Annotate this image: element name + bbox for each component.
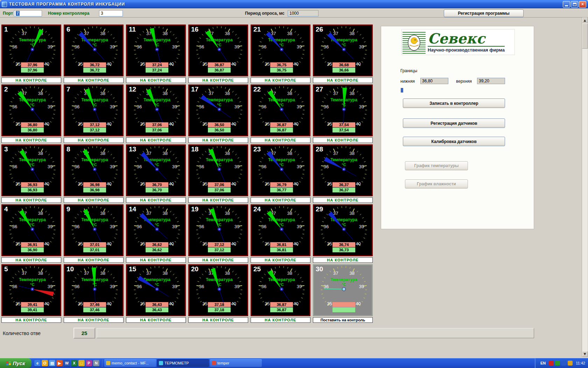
scroll-down-arrow[interactable]: ▼: [582, 351, 588, 357]
antivirus-tray-icon[interactable]: [549, 361, 554, 366]
port-input[interactable]: 7: [14, 10, 42, 16]
scheduler-tray-icon[interactable]: [568, 361, 573, 366]
svg-text:36: 36: [261, 164, 266, 169]
network-tray-icon[interactable]: [561, 361, 566, 366]
media-player-icon[interactable]: ▶: [56, 360, 63, 366]
svg-text:37,24: 37,24: [152, 68, 162, 72]
svg-text:36,43: 36,43: [152, 302, 162, 307]
gauge-10: 353637383940Температура°C37,4637,4610: [64, 264, 124, 316]
gauge-7: 353637383940Температура°C37,1237,127: [64, 84, 124, 136]
focus-marker: [401, 88, 403, 93]
gauge-18: 353637383940Температура°C37,0637,0618: [188, 144, 248, 196]
gauge-number: 18: [191, 145, 198, 153]
on-control-status: НА КОНТРОЛЕ: [1, 137, 61, 143]
svg-text:39: 39: [297, 164, 302, 169]
svg-text:37: 37: [22, 31, 27, 36]
svg-text:37: 37: [333, 151, 338, 156]
taskbar-task-memo_contact-mf-[interactable]: memo_contact - MF...: [104, 359, 156, 367]
maximize-button[interactable]: [571, 1, 578, 8]
register-program-button[interactable]: Регистрация программы: [444, 9, 524, 17]
svg-text:°C: °C: [279, 282, 284, 287]
svg-text:Температура: Температура: [330, 157, 357, 162]
poll-period-input[interactable]: 1000: [288, 10, 318, 16]
outlook-icon[interactable]: O: [42, 360, 48, 366]
svg-text:37,01: 37,01: [90, 243, 100, 247]
svg-text:37,12: 37,12: [215, 248, 224, 252]
windows-logo-icon: [6, 361, 11, 365]
internet-explorer-icon[interactable]: e: [34, 360, 41, 366]
svg-text:36: 36: [199, 224, 204, 229]
controller-number-input[interactable]: 3: [99, 10, 123, 16]
temperature-chart-button[interactable]: График температуры: [405, 161, 468, 170]
svg-text:39: 39: [110, 284, 115, 289]
close-button[interactable]: ×: [579, 1, 586, 8]
svg-text:40: 40: [293, 121, 298, 127]
volume-tray-icon[interactable]: [555, 361, 560, 366]
svg-text:35: 35: [78, 181, 83, 186]
svg-text:38: 38: [162, 151, 167, 156]
svg-text:40: 40: [169, 181, 174, 186]
start-button[interactable]: Пуск: [0, 358, 31, 368]
svg-text:35: 35: [140, 241, 145, 246]
svg-text:38: 38: [349, 31, 354, 36]
paint-icon[interactable]: P: [86, 360, 92, 366]
svg-text:36,77: 36,77: [277, 188, 287, 192]
gauge-3: 353637383940Температура°C36,9336,933: [1, 144, 61, 196]
notepad-icon[interactable]: N: [93, 360, 99, 366]
gauge-cell-3: 353637383940Температура°C36,9336,933НА К…: [1, 144, 63, 204]
svg-text:38: 38: [287, 271, 292, 276]
svg-text:39: 39: [234, 44, 239, 49]
taskbar-task-термометр[interactable]: ТЕРМОМЕТР: [157, 359, 209, 367]
gauge-cell-14: 353637383940Температура°C36,6236,6214НА …: [126, 204, 188, 264]
tray-icons: [549, 361, 573, 366]
gauge-cell-26: 353637383940Температура°C36,6836,6626НА …: [313, 25, 375, 84]
svg-text:38: 38: [100, 151, 105, 156]
svg-text:35: 35: [140, 61, 145, 67]
language-indicator[interactable]: EN: [539, 360, 547, 366]
svg-text:36: 36: [75, 104, 79, 109]
task-icon: [159, 361, 163, 365]
register-sensors-button[interactable]: Регистрация датчиков: [403, 118, 505, 128]
svg-text:Температура: Температура: [330, 277, 357, 282]
calibrate-sensors-button[interactable]: Калибровка датчиков: [403, 137, 505, 146]
scroll-up-arrow[interactable]: ▲: [582, 18, 588, 23]
taskbar-task-temper[interactable]: temper: [210, 359, 262, 367]
on-control-status: НА КОНТРОЛЕ: [126, 137, 186, 143]
excel-icon[interactable]: X: [71, 360, 77, 366]
svg-text:37,54: 37,54: [339, 123, 349, 127]
explorer-icon[interactable]: □: [78, 360, 85, 366]
svg-text:39,41: 39,41: [28, 308, 37, 312]
gauge-cell-8: 353637383940Температура°C36,9836,988НА К…: [64, 144, 126, 204]
svg-text:40: 40: [293, 61, 298, 67]
write-to-controller-button[interactable]: Записать в контроллер: [403, 98, 505, 108]
word-icon[interactable]: W: [64, 360, 70, 366]
minimize-button[interactable]: [563, 1, 570, 8]
put-on-control-button[interactable]: Поставить на контроль: [313, 317, 373, 323]
svg-text:39: 39: [234, 164, 239, 169]
gauge-number: 1: [4, 26, 8, 33]
svg-text:36,50: 36,50: [215, 128, 224, 132]
svg-text:39: 39: [172, 284, 177, 289]
svg-text:39: 39: [297, 224, 302, 229]
scroll-thumb[interactable]: [582, 23, 588, 49]
svg-text:36,93: 36,93: [28, 188, 37, 192]
on-control-status: НА КОНТРОЛЕ: [251, 317, 310, 323]
svg-text:36,80: 36,80: [28, 128, 37, 132]
titlebar[interactable]: ТЕСТОВАЯ ПРОГРАММА КОНТРОЛЯ ИНКУБАЦИИ ×: [0, 0, 588, 8]
upper-bound-input[interactable]: 39,20: [477, 78, 505, 84]
svg-text:38: 38: [38, 271, 43, 276]
svg-text:38: 38: [225, 151, 230, 156]
gauge-dial: 353637383940Температура°C36,7236,72: [65, 26, 125, 75]
lower-bound-input[interactable]: 36,80: [420, 78, 448, 84]
vertical-scrollbar[interactable]: ▲ ▼: [582, 18, 588, 357]
gauge-cell-25: 353637383940Температура°C36,8736,8725НА …: [251, 264, 313, 324]
svg-text:Температура: Температура: [268, 277, 295, 282]
svg-text:37: 37: [146, 151, 151, 156]
svg-text:36: 36: [137, 224, 142, 229]
humidity-chart-button[interactable]: График влажности: [405, 179, 468, 189]
on-control-status: НА КОНТРОЛЕ: [126, 317, 186, 323]
svg-text:37,12: 37,12: [215, 243, 224, 247]
svg-text:40: 40: [44, 301, 49, 306]
svg-text:36: 36: [324, 284, 329, 289]
show-desktop-icon[interactable]: ▤: [49, 360, 55, 366]
